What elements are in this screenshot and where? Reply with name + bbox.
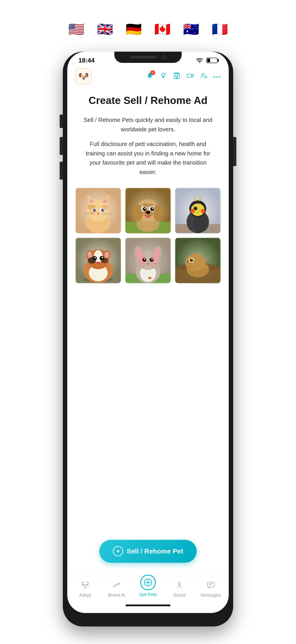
- tab-breed-ai[interactable]: Breed AI: [105, 581, 128, 598]
- svg-point-42: [153, 204, 163, 222]
- messages-icon: [207, 581, 215, 591]
- svg-point-50: [146, 211, 150, 214]
- puppy-svg: [126, 188, 170, 233]
- svg-point-9: [202, 74, 204, 76]
- phone-screen: 18:44 🐶: [67, 52, 229, 613]
- svg-point-99: [148, 277, 151, 279]
- canada-flag[interactable]: 🇨🇦: [150, 20, 175, 38]
- cockatiel-image: [175, 188, 221, 234]
- svg-point-36: [90, 210, 95, 214]
- australia-flag[interactable]: 🇦🇺: [179, 20, 203, 38]
- sell-rehome-pet-button[interactable]: + Sell / Rehome Pet: [99, 540, 197, 563]
- speaker: [130, 56, 157, 58]
- wifi-icon: [196, 58, 203, 63]
- svg-point-65: [195, 208, 196, 208]
- germany-flag[interactable]: 🇩🇪: [121, 20, 146, 38]
- svg-point-51: [146, 215, 150, 218]
- svg-point-34: [87, 204, 96, 210]
- svg-rect-6: [177, 75, 178, 76]
- svg-point-109: [195, 261, 198, 264]
- power-button: [233, 137, 236, 166]
- svg-point-96: [147, 262, 149, 264]
- france-flag[interactable]: 🇫🇷: [207, 20, 232, 38]
- svg-point-13: [214, 76, 215, 78]
- svg-point-2: [165, 73, 166, 74]
- svg-point-82: [101, 258, 108, 263]
- lizard-svg: [175, 238, 220, 283]
- page-description-2: Full disclosure of pett vaccination, hea…: [81, 140, 215, 177]
- tab-adopt[interactable]: Adopt: [74, 581, 96, 598]
- sell-button-wrapper: + Sell / Rehome Pet: [75, 540, 221, 563]
- svg-rect-120: [207, 582, 214, 587]
- svg-rect-8: [187, 74, 191, 77]
- svg-point-62: [201, 209, 205, 213]
- bottom-nav: Adopt Breed AI: [67, 576, 229, 600]
- svg-point-45: [143, 207, 147, 211]
- svg-point-0: [199, 62, 200, 63]
- svg-rect-7: [176, 77, 178, 78]
- svg-point-46: [150, 207, 154, 211]
- tab-messages[interactable]: Messages: [200, 581, 222, 598]
- volume-down-button: [60, 162, 63, 180]
- sell-button-label: Sell / Rehome Pet: [127, 548, 183, 555]
- svg-point-117: [178, 582, 180, 584]
- status-time: 18:44: [78, 57, 95, 64]
- uk-flag[interactable]: 🇬🇧: [93, 20, 117, 38]
- battery-fill: [207, 58, 210, 62]
- svg-point-113: [187, 261, 188, 262]
- svg-point-93: [149, 258, 153, 262]
- home-indicator: [126, 604, 170, 606]
- lizard-image: [175, 238, 221, 284]
- user-settings-icon[interactable]: [200, 72, 207, 81]
- notification-badge: 1: [150, 70, 155, 75]
- svg-point-52: [143, 204, 148, 207]
- social-icon: [175, 581, 183, 591]
- svg-point-94: [144, 258, 146, 260]
- svg-point-15: [219, 76, 220, 78]
- svg-point-95: [151, 258, 153, 260]
- guinea-pig-svg: [76, 238, 121, 283]
- video-camera-icon[interactable]: [187, 72, 194, 81]
- svg-point-29: [97, 212, 99, 214]
- svg-point-64: [194, 207, 197, 210]
- puppy-image: [125, 188, 171, 234]
- svg-point-92: [143, 258, 147, 262]
- usa-flag[interactable]: 🇺🇸: [64, 20, 89, 38]
- adopt-label: Adopt: [79, 592, 91, 598]
- pet-image-grid: [75, 188, 221, 284]
- notification-bell-icon[interactable]: 1: [146, 72, 153, 81]
- app-logo[interactable]: 🐶: [75, 68, 92, 84]
- svg-point-74: [87, 252, 92, 258]
- tab-sell-pets[interactable]: Sell Pets: [137, 581, 159, 597]
- more-options-icon[interactable]: [213, 73, 221, 80]
- breed-ai-icon: [113, 581, 121, 591]
- svg-point-79: [102, 257, 103, 258]
- status-icons: [196, 58, 218, 63]
- adopt-icon: [81, 581, 89, 591]
- social-label: Social: [173, 592, 185, 598]
- building-icon[interactable]: [173, 72, 180, 81]
- rabbit-svg: [126, 238, 170, 283]
- flag-row: 🇺🇸 🇬🇧 🇩🇪 🇨🇦 🇦🇺 🇫🇷: [64, 20, 232, 38]
- kitten-svg: [76, 188, 121, 233]
- svg-point-111: [190, 258, 193, 262]
- front-camera: [161, 55, 166, 60]
- svg-point-14: [216, 76, 218, 78]
- svg-point-80: [97, 262, 100, 264]
- svg-point-112: [191, 259, 193, 260]
- svg-point-35: [101, 205, 109, 210]
- guinea-pig-image: [75, 238, 121, 284]
- svg-point-28: [103, 209, 104, 210]
- volume-up-button: [60, 137, 63, 155]
- breed-ai-label: Breed AI: [108, 592, 125, 598]
- kitten-image: [75, 188, 121, 234]
- page-description-1: Sell / Rehome Pets quickly and easily to…: [81, 116, 215, 134]
- sell-button-plus-icon: +: [113, 546, 123, 556]
- svg-point-78: [94, 257, 96, 258]
- page-title: Create Sell / Rehome Ad: [89, 94, 207, 106]
- tab-social[interactable]: Social: [168, 581, 191, 598]
- svg-point-27: [95, 209, 96, 210]
- svg-point-75: [105, 252, 109, 258]
- lightbulb-icon[interactable]: [160, 72, 167, 81]
- svg-point-107: [198, 259, 200, 262]
